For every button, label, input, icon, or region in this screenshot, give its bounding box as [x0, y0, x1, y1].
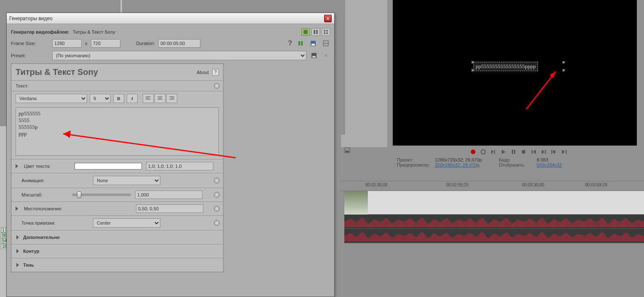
frame-value: 8 383: [537, 157, 548, 162]
scale-input[interactable]: [135, 191, 202, 199]
position-input[interactable]: [136, 204, 203, 213]
svg-rect-12: [532, 150, 532, 154]
bbox-handle[interactable]: [471, 61, 474, 64]
slider-handle[interactable]: [77, 191, 81, 198]
expand-icon[interactable]: [16, 164, 18, 168]
svg-rect-27: [298, 41, 300, 45]
stop-button[interactable]: [520, 148, 527, 156]
audio-track-1[interactable]: [344, 215, 644, 229]
panel-divider[interactable]: [120, 0, 122, 13]
close-icon[interactable]: ×: [324, 15, 332, 22]
expand-icon: [16, 235, 19, 239]
keyframe-icon[interactable]: [214, 206, 220, 212]
next-frame-button[interactable]: [560, 148, 568, 156]
svg-rect-24: [326, 30, 328, 32]
expand-icon: [16, 249, 19, 253]
duration-input[interactable]: [158, 39, 200, 48]
ruler-tick: 00:02:59;29: [446, 183, 468, 187]
bbox-handle[interactable]: [471, 69, 474, 72]
preview-side-panel: [345, 0, 387, 147]
panel-help-icon[interactable]: ?: [212, 69, 219, 76]
color-swatch[interactable]: [75, 163, 142, 170]
anchor-select[interactable]: Center: [93, 218, 160, 228]
dialog-title: Генераторы видео: [9, 16, 53, 21]
outline-section[interactable]: Контур: [11, 244, 223, 258]
dialog-titlebar[interactable]: Генераторы видео ×: [7, 13, 334, 24]
animation-select[interactable]: None: [93, 176, 160, 185]
align-left-button[interactable]: [143, 94, 154, 103]
play-start-button[interactable]: [490, 148, 497, 156]
font-select[interactable]: Verdana: [16, 94, 87, 103]
title-text-input[interactable]: pp555555 5555 555555p ppp: [16, 107, 219, 156]
pause-button[interactable]: [510, 148, 517, 156]
properties-icon[interactable]: [322, 39, 330, 48]
go-end-button[interactable]: [540, 148, 548, 156]
keyframe-icon[interactable]: [214, 220, 220, 226]
save-icon[interactable]: [310, 51, 318, 60]
advanced-section[interactable]: Дополнительно: [11, 230, 223, 244]
video-generators-dialog: Генераторы видео × Генератор видеофайлов…: [6, 13, 335, 297]
preview-value[interactable]: 320x180x32; 29,970p: [435, 162, 479, 167]
preview-title-overlay[interactable]: pp5555555555555555pppp: [474, 62, 538, 71]
expand-icon[interactable]: [16, 207, 18, 211]
svg-marker-13: [533, 150, 536, 154]
x-separator: x: [85, 41, 88, 46]
view-mode-1-icon[interactable]: [301, 28, 310, 36]
preview-label: Предпросмотр:: [397, 162, 435, 167]
transport-bar: Проект:1280x720x32; 29,970p Предпросмотр…: [393, 147, 644, 172]
video-track[interactable]: [344, 191, 644, 215]
save-preset-icon[interactable]: [309, 39, 317, 48]
shadow-section[interactable]: Тень: [11, 258, 223, 272]
loop-button[interactable]: [479, 148, 487, 156]
keyframe-icon[interactable]: [214, 83, 220, 89]
play-button[interactable]: [500, 148, 507, 156]
ruler-tick: 00:03:30;00: [522, 183, 544, 187]
about-link[interactable]: About: [197, 70, 209, 75]
position-label: Местоположение:: [24, 206, 70, 211]
anchor-label: Точка привязки:: [21, 220, 68, 225]
font-size-select[interactable]: 9: [90, 94, 111, 103]
save-snapshot-icon[interactable]: [341, 146, 354, 154]
project-value: 1280x720x32; 29,970p: [435, 157, 482, 162]
keyframe-icon[interactable]: [214, 192, 220, 198]
svg-marker-14: [542, 150, 545, 154]
svg-rect-9: [512, 150, 513, 154]
panel-title: Титры & Текст Sony: [16, 67, 98, 77]
go-start-button[interactable]: [530, 148, 538, 156]
audio-track-2[interactable]: [344, 229, 644, 243]
view-mode-3-icon[interactable]: [322, 28, 330, 36]
help-icon[interactable]: ?: [288, 40, 292, 47]
bbox-handle[interactable]: [562, 69, 565, 72]
svg-rect-21: [314, 30, 315, 34]
generator-name: Титры & Текст Sony: [73, 29, 115, 34]
timeline[interactable]: 00:02:30;00 00:02:59;29 00:03:30;00 00:0…: [341, 181, 644, 265]
svg-rect-10: [514, 150, 515, 154]
align-right-button[interactable]: [166, 94, 177, 103]
time-ruler[interactable]: 00:02:30;00 00:02:59;29 00:03:30;00 00:0…: [341, 181, 644, 191]
svg-point-5: [481, 150, 485, 154]
svg-rect-26: [326, 32, 328, 34]
bbox-handle[interactable]: [562, 61, 565, 64]
scale-slider[interactable]: [72, 194, 131, 196]
color-rgba-input[interactable]: [146, 162, 213, 170]
preset-select[interactable]: (По умолчанию): [52, 51, 306, 60]
animation-label: Анимация:: [21, 178, 68, 183]
italic-button[interactable]: I: [127, 94, 138, 103]
text-color-label: Цвет текста:: [24, 164, 70, 169]
display-value[interactable]: 593x334x32: [537, 162, 562, 167]
frame-height-input[interactable]: [91, 39, 120, 48]
keyframe-icon[interactable]: [214, 178, 220, 183]
frame-label: Кадр:: [499, 157, 537, 162]
align-center-button[interactable]: [154, 94, 165, 103]
clip-thumbnail[interactable]: [344, 191, 368, 215]
plugin-chain-icon[interactable]: [296, 39, 305, 48]
prev-frame-button[interactable]: [550, 148, 558, 156]
titles-text-panel: Титры & Текст Sony About ? Текст: Verdan…: [11, 64, 224, 272]
delete-icon[interactable]: ×: [322, 51, 330, 60]
display-label: Отобразить:: [499, 162, 537, 167]
frame-width-input[interactable]: [52, 39, 82, 48]
view-mode-2-icon[interactable]: [311, 28, 320, 36]
svg-rect-34: [312, 56, 316, 58]
record-button[interactable]: [469, 148, 477, 156]
bold-button[interactable]: B: [113, 94, 124, 103]
